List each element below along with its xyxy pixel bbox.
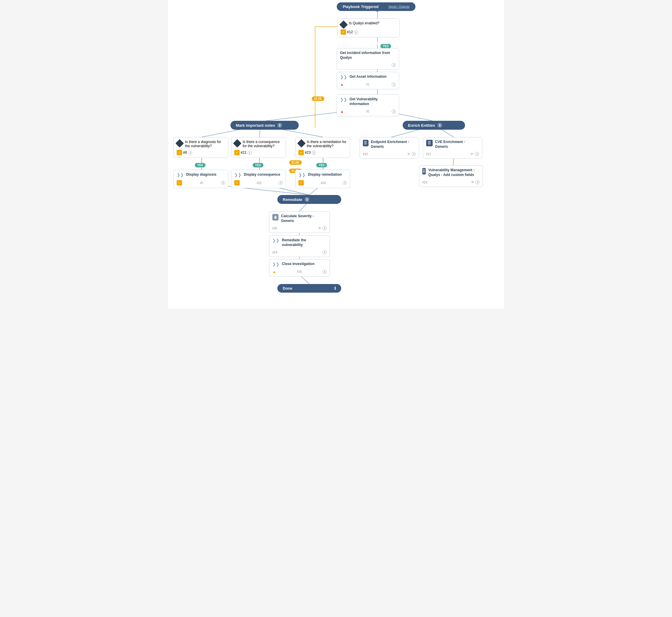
close-footer: ▲ #15 ℹ xyxy=(272,269,327,274)
cve-num: #11 xyxy=(426,153,431,156)
remediate-info[interactable]: ℹ xyxy=(305,197,309,202)
get-vuln-num: #2 xyxy=(366,110,369,113)
enrich-entities-group[interactable]: Enrich Entities ℹ xyxy=(403,121,465,130)
eye-icon-2[interactable]: 👁 xyxy=(470,152,474,156)
get-vuln-title: Get Vulnerability information xyxy=(349,97,396,106)
vuln-mgmt-num: #19 xyxy=(422,181,427,184)
info-icon-3[interactable]: ℹ xyxy=(392,82,396,87)
yes-diag: YES xyxy=(195,163,205,167)
info-display-diag[interactable]: ℹ xyxy=(221,181,225,185)
db-icon-3: 🗄 xyxy=(422,168,426,175)
cve-enrich-node: 🗄 CVE Enrichment - Generic #11 👁 ℹ xyxy=(423,137,482,159)
conseq-title: Is there a consequence for the vulnerabi… xyxy=(242,140,283,148)
info-close[interactable]: ℹ xyxy=(323,270,327,274)
calc-num: #20 xyxy=(272,227,277,230)
vuln-mgmt-footer: #19 👁 ℹ xyxy=(422,180,480,184)
yes-label-1: YES xyxy=(380,44,391,48)
warning-yellow: ▲ xyxy=(272,269,276,274)
display-remed-footer: ⚡ #24 ℹ xyxy=(299,180,347,186)
info-icon[interactable]: ℹ xyxy=(354,30,358,34)
get-incident-node: Get incident information from Qualys ℹ xyxy=(337,48,399,70)
calc-title: Calculate Severity - Generic xyxy=(281,214,327,223)
eye-icon-4[interactable]: 👁 xyxy=(318,226,321,230)
yes-remed: YES xyxy=(316,163,327,167)
is-qualys-header: Is Qualys enabled? xyxy=(341,21,396,28)
mark-notes-info[interactable]: ℹ xyxy=(277,123,282,128)
display-conseq-node: ❯❯ Display consequence ⚡ #22 ℹ xyxy=(231,170,286,188)
lightning-icon: ⚡ xyxy=(341,29,346,35)
yes-badge-1: YES xyxy=(380,44,391,48)
get-asset-footer: ▲ #1 ℹ xyxy=(340,82,396,87)
get-asset-title: Get Asset information xyxy=(349,74,387,79)
remed-header: Is there a remediation for the vulnerabi… xyxy=(299,140,347,148)
diag-header: Is there a diagnosis for the vulnerabili… xyxy=(177,140,225,148)
lightning-diag: ⚡ xyxy=(177,150,182,155)
db-icon-1: 🗄 xyxy=(363,140,368,146)
playbook-canvas: Playbook Triggered Inputs / Outputs Is Q… xyxy=(168,0,504,308)
info-display-conseq[interactable]: ℹ xyxy=(279,181,283,185)
diag-title: Is there a diagnosis for the vulnerabili… xyxy=(185,140,225,148)
info-display-remed[interactable]: ℹ xyxy=(343,181,347,185)
endpoint-num: #10 xyxy=(363,153,368,156)
display-diag-title: Display diagnosis xyxy=(186,172,216,177)
done-label: Done xyxy=(283,286,293,290)
display-conseq-num: #22 xyxy=(257,181,262,185)
get-incident-footer: ℹ xyxy=(340,63,396,67)
display-diag-node: ❯❯ Display diagnosis ⚡ #5 ℹ xyxy=(173,170,228,188)
warning-icon-1: ▲ xyxy=(340,82,344,87)
info-calc[interactable]: ℹ xyxy=(323,226,327,230)
diamond-icon-2 xyxy=(175,139,184,148)
mark-notes-group[interactable]: Mark important notes ℹ xyxy=(230,121,299,130)
close-title: Close Investigation xyxy=(282,262,315,266)
info-endpoint[interactable]: ℹ xyxy=(411,152,416,156)
remediate-label: Remediate xyxy=(283,197,302,202)
endpoint-enrich-node: 🗄 Endpoint Enrichment - Generic #10 👁 ℹ xyxy=(360,137,419,159)
subflow-icon-3: ❯❯ xyxy=(177,172,184,177)
done-info[interactable]: ℹ xyxy=(334,286,336,290)
subflow-icon-5: ❯❯ xyxy=(299,172,306,177)
subflow-icon-4: ❯❯ xyxy=(234,172,241,177)
info-vuln-mgmt[interactable]: ℹ xyxy=(475,180,480,184)
info-icon-4[interactable]: ℹ xyxy=(392,110,396,114)
eye-icon-1[interactable]: 👁 xyxy=(407,152,410,156)
get-incident-title: Get incident information from Qualys xyxy=(340,51,396,60)
info-cve[interactable]: ℹ xyxy=(475,152,479,156)
eye-icon-3[interactable]: 👁 xyxy=(471,180,474,184)
warning-icon-2: ▲ xyxy=(340,109,344,114)
vuln-mgmt-title: Vulnerability Management - Qualys - Add … xyxy=(428,168,480,177)
info-diag[interactable]: ℹ xyxy=(188,151,192,155)
enrich-info[interactable]: ℹ xyxy=(438,123,442,128)
is-qualys-title: Is Qualys enabled? xyxy=(349,21,379,25)
lightning-remed: ⚡ xyxy=(299,150,304,155)
diag-node: Is there a diagnosis for the vulnerabili… xyxy=(173,137,228,158)
info-conseq[interactable]: ℹ xyxy=(247,151,252,155)
lightning-display-remed: ⚡ xyxy=(299,180,304,186)
display-diag-header: ❯❯ Display diagnosis xyxy=(177,172,225,177)
done-node[interactable]: Done ℹ xyxy=(277,284,341,292)
endpoint-title: Endpoint Enrichment - Generic xyxy=(371,140,416,149)
info-icon-2[interactable]: ℹ xyxy=(392,63,396,67)
get-vuln-node: ❯❯ Get Vulnerability information ▲ #2 ℹ xyxy=(337,94,399,116)
trigger-io[interactable]: Inputs / Outputs xyxy=(388,5,409,8)
remed-node: Is there a remediation for the vulnerabi… xyxy=(295,137,350,158)
conseq-header: Is there a consequence for the vulnerabi… xyxy=(234,140,283,148)
get-asset-num: #1 xyxy=(366,83,369,86)
remediate-group[interactable]: Remediate ℹ xyxy=(277,195,341,204)
info-remed-vuln[interactable]: ℹ xyxy=(323,250,327,254)
remed-vuln-title: Remediate the vulnerability xyxy=(282,238,327,247)
info-remed[interactable]: ℹ xyxy=(312,151,316,155)
trigger-node[interactable]: Playbook Triggered Inputs / Outputs xyxy=(337,2,415,11)
calc-header: 📋 Calculate Severity - Generic xyxy=(272,214,327,223)
close-header: ❯❯ Close Investigation xyxy=(272,262,327,266)
diamond-icon xyxy=(339,20,348,29)
subflow-icon-6: ❯❯ xyxy=(272,238,280,243)
endpoint-header: 🗄 Endpoint Enrichment - Generic xyxy=(363,140,416,149)
remed-vuln-num: #14 xyxy=(272,251,277,254)
diamond-icon-4 xyxy=(297,139,306,148)
get-vuln-header: ❯❯ Get Vulnerability information xyxy=(340,97,396,106)
vuln-mgmt-node: 🗄 Vulnerability Management - Qualys - Ad… xyxy=(419,165,483,187)
enrich-label: Enrich Entities xyxy=(408,123,435,128)
mark-notes-label: Mark important notes xyxy=(236,123,275,128)
get-incident-header: Get incident information from Qualys xyxy=(340,51,396,60)
remed-title: Is there a remediation for the vulnerabi… xyxy=(307,140,347,148)
